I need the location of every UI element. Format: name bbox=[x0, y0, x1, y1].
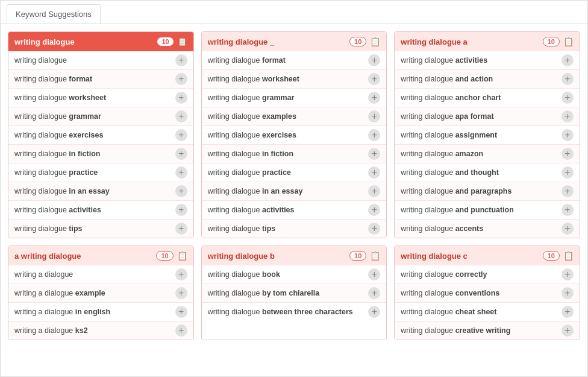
row-text: writing dialogue apa format bbox=[401, 112, 558, 121]
add-keyword-button[interactable]: + bbox=[175, 73, 187, 85]
table-row: writing a dialogue example+ bbox=[8, 284, 193, 303]
card-badge-writing-dialogue: 10 bbox=[157, 37, 173, 46]
card-title-writing-dialogue-underscore: writing dialogue _ bbox=[208, 37, 275, 46]
add-keyword-button[interactable]: + bbox=[561, 148, 574, 160]
add-keyword-button[interactable]: + bbox=[368, 306, 380, 318]
add-keyword-button[interactable]: + bbox=[368, 92, 380, 104]
card-writing-dialogue: writing dialogue10📋writing dialogue+writ… bbox=[8, 31, 194, 238]
copy-icon-writing-dialogue[interactable]: 📋 bbox=[177, 37, 187, 46]
copy-icon-writing-dialogue-b[interactable]: 📋 bbox=[370, 251, 380, 261]
table-row: writing dialogue and punctuation+ bbox=[395, 201, 580, 220]
add-keyword-button[interactable]: + bbox=[561, 287, 574, 299]
card-title-writing-dialogue-a: writing dialogue a bbox=[401, 37, 468, 46]
add-keyword-button[interactable]: + bbox=[175, 268, 187, 280]
row-text: writing dialogue in fiction bbox=[14, 150, 172, 158]
table-row: writing dialogue apa format+ bbox=[395, 107, 580, 126]
add-keyword-button[interactable]: + bbox=[368, 148, 380, 160]
page-wrapper: Keyword Suggestions writing dialogue10📋w… bbox=[0, 0, 588, 377]
table-row: writing dialogue worksheet+ bbox=[202, 70, 387, 89]
table-row: writing a dialogue ks2+ bbox=[8, 322, 193, 340]
add-keyword-button[interactable]: + bbox=[561, 185, 574, 197]
add-keyword-button[interactable]: + bbox=[368, 204, 380, 216]
add-keyword-button[interactable]: + bbox=[561, 92, 574, 104]
add-keyword-button[interactable]: + bbox=[368, 166, 380, 179]
add-keyword-button[interactable]: + bbox=[368, 73, 380, 85]
row-text: writing dialogue activities bbox=[208, 206, 365, 214]
table-row: writing dialogue correctly+ bbox=[395, 265, 580, 284]
table-row: writing dialogue exercises+ bbox=[202, 126, 387, 145]
card-title-a-writing-dialogue: a writing dialogue bbox=[14, 252, 81, 261]
row-text: writing dialogue grammar bbox=[14, 112, 172, 121]
table-row: writing dialogue format+ bbox=[8, 70, 193, 89]
add-keyword-button[interactable]: + bbox=[368, 54, 380, 66]
add-keyword-button[interactable]: + bbox=[561, 129, 574, 141]
add-keyword-button[interactable]: + bbox=[175, 325, 187, 337]
row-text: writing dialogue between three character… bbox=[208, 308, 365, 316]
add-keyword-button[interactable]: + bbox=[175, 204, 187, 216]
table-row: writing dialogue activities+ bbox=[202, 201, 387, 220]
add-keyword-button[interactable]: + bbox=[561, 73, 574, 85]
add-keyword-button[interactable]: + bbox=[368, 287, 380, 299]
row-text: writing a dialogue example bbox=[14, 289, 172, 297]
row-text: writing dialogue conventions bbox=[401, 289, 558, 297]
add-keyword-button[interactable]: + bbox=[368, 223, 380, 235]
add-keyword-button[interactable]: + bbox=[368, 185, 380, 197]
card-header-right-writing-dialogue-c: 10📋 bbox=[543, 251, 574, 261]
row-text: writing dialogue correctly bbox=[401, 270, 558, 279]
table-row: writing dialogue book+ bbox=[202, 265, 387, 284]
row-text: writing dialogue grammar bbox=[208, 93, 365, 102]
row-text: writing dialogue assignment bbox=[401, 131, 558, 139]
card-badge-writing-dialogue-a: 10 bbox=[543, 37, 560, 46]
add-keyword-button[interactable]: + bbox=[175, 110, 187, 122]
copy-icon-writing-dialogue-underscore[interactable]: 📋 bbox=[370, 37, 380, 46]
row-text: writing dialogue and punctuation bbox=[401, 206, 558, 214]
add-keyword-button[interactable]: + bbox=[561, 325, 574, 337]
add-keyword-button[interactable]: + bbox=[175, 54, 187, 66]
table-row: writing dialogue practice+ bbox=[8, 163, 193, 182]
table-row: writing dialogue anchor chart+ bbox=[395, 89, 580, 107]
add-keyword-button[interactable]: + bbox=[368, 110, 380, 122]
table-row: writing dialogue in an essay+ bbox=[202, 182, 387, 201]
add-keyword-button[interactable]: + bbox=[561, 54, 574, 66]
add-keyword-button[interactable]: + bbox=[368, 268, 380, 280]
add-keyword-button[interactable]: + bbox=[175, 185, 187, 197]
add-keyword-button[interactable]: + bbox=[175, 166, 187, 179]
table-row: writing dialogue practice+ bbox=[202, 163, 387, 182]
table-row: writing dialogue in fiction+ bbox=[8, 145, 193, 163]
add-keyword-button[interactable]: + bbox=[561, 306, 574, 318]
card-header-right-writing-dialogue-b: 10📋 bbox=[349, 251, 380, 261]
row-text: writing dialogue tips bbox=[208, 224, 365, 233]
add-keyword-button[interactable]: + bbox=[175, 306, 187, 318]
add-keyword-button[interactable]: + bbox=[368, 129, 380, 141]
table-row: writing dialogue worksheet+ bbox=[8, 89, 193, 107]
row-text: writing dialogue anchor chart bbox=[401, 93, 558, 102]
copy-icon-writing-dialogue-a[interactable]: 📋 bbox=[563, 37, 574, 46]
card-badge-writing-dialogue-underscore: 10 bbox=[349, 37, 366, 46]
add-keyword-button[interactable]: + bbox=[175, 287, 187, 299]
row-text: writing a dialogue bbox=[14, 270, 172, 279]
add-keyword-button[interactable]: + bbox=[561, 110, 574, 122]
row-text: writing dialogue creative writing bbox=[401, 326, 558, 335]
table-row: writing dialogue and action+ bbox=[395, 70, 580, 89]
row-text: writing dialogue format bbox=[14, 75, 172, 83]
row-text: writing dialogue in an essay bbox=[14, 187, 172, 195]
card-header-right-a-writing-dialogue: 10📋 bbox=[156, 251, 187, 261]
add-keyword-button[interactable]: + bbox=[175, 223, 187, 235]
table-row: writing dialogue format+ bbox=[202, 51, 387, 70]
table-row: writing dialogue amazon+ bbox=[395, 145, 580, 163]
add-keyword-button[interactable]: + bbox=[561, 166, 574, 179]
add-keyword-button[interactable]: + bbox=[175, 148, 187, 160]
add-keyword-button[interactable]: + bbox=[561, 204, 574, 216]
table-row: writing a dialogue in english+ bbox=[8, 303, 193, 322]
card-a-writing-dialogue: a writing dialogue10📋writing a dialogue+… bbox=[8, 246, 194, 340]
keyword-suggestions-tab[interactable]: Keyword Suggestions bbox=[7, 4, 101, 24]
add-keyword-button[interactable]: + bbox=[561, 268, 574, 280]
row-text: writing dialogue in fiction bbox=[208, 150, 365, 158]
table-row: writing dialogue between three character… bbox=[202, 303, 387, 321]
card-badge-writing-dialogue-c: 10 bbox=[543, 251, 560, 261]
add-keyword-button[interactable]: + bbox=[175, 92, 187, 104]
add-keyword-button[interactable]: + bbox=[175, 129, 187, 141]
copy-icon-a-writing-dialogue[interactable]: 📋 bbox=[177, 251, 187, 261]
copy-icon-writing-dialogue-c[interactable]: 📋 bbox=[563, 251, 574, 261]
add-keyword-button[interactable]: + bbox=[561, 223, 574, 235]
